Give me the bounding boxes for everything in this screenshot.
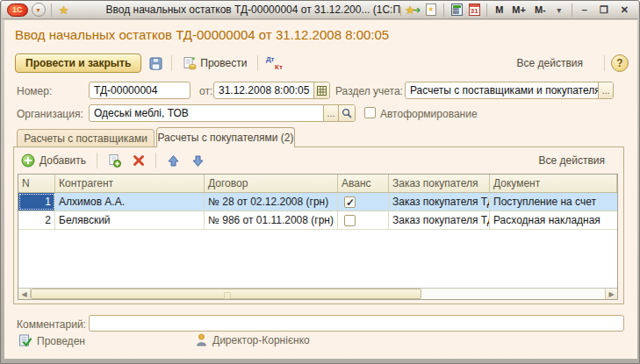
col-header-contragent[interactable]: Контрагент [55, 175, 205, 192]
section-ellipsis-button[interactable]: ... [598, 82, 613, 98]
move-down-button[interactable] [188, 151, 207, 170]
advance-checkbox-unchecked[interactable] [344, 215, 356, 226]
date-value: 31.12.2008 8:00:05 [214, 84, 313, 96]
organization-value: Одеські меблі, ТОВ [90, 107, 323, 119]
scroll-left-button[interactable]: ◀ [18, 289, 31, 299]
maximize-button[interactable]: ❐ [595, 4, 613, 16]
cell-row2-advance[interactable] [338, 211, 389, 229]
col-header-contract[interactable]: Договор [205, 175, 338, 192]
cell-row1-contragent[interactable]: Алхимов А.А. [55, 193, 205, 211]
posted-status: Проведен [18, 334, 85, 347]
number-label: Номер: [17, 85, 52, 97]
dt-kt-button[interactable]: Дт Кт [264, 54, 284, 73]
system-menu-button[interactable] [32, 3, 46, 17]
table-row-2[interactable]: 2 Белявский № 986 от 01.11.2008 (грн) За… [18, 211, 617, 230]
memory-add-button[interactable]: M+ [509, 4, 529, 15]
cell-row1-contract[interactable]: № 28 от 02.12.2008 (грн) [205, 193, 338, 211]
date-label: от: [199, 85, 212, 97]
calculator-button[interactable] [449, 3, 464, 18]
horizontal-scrollbar: ◀ ▶ [18, 288, 617, 299]
favorites-star-button[interactable]: ★ [57, 3, 71, 18]
add-favorite-button[interactable] [424, 3, 438, 18]
cell-row2-contragent[interactable]: Белявский [55, 211, 205, 229]
calendar-button[interactable]: 31 [467, 3, 481, 18]
number-input[interactable]: ТД-00000004 [89, 82, 191, 99]
cell-row1-advance[interactable] [338, 193, 389, 211]
separator [51, 4, 52, 17]
person-icon [196, 333, 207, 346]
advance-checkbox-checked[interactable] [344, 196, 356, 208]
col-header-document[interactable]: Документ [490, 175, 617, 192]
separator [443, 4, 444, 17]
table-all-actions-label: Все действия [539, 154, 605, 167]
number-value: ТД-00000004 [90, 84, 190, 96]
col-header-n[interactable]: N [18, 175, 55, 192]
delete-row-button[interactable] [129, 151, 148, 170]
cell-row1-n[interactable]: 1 [18, 193, 55, 211]
green-plus-icon [21, 153, 35, 168]
cell-row2-document[interactable]: Расходная накладная [490, 211, 617, 229]
separator [171, 55, 172, 71]
tab-customers[interactable]: Расчеты с покупателями (2) [156, 127, 295, 147]
col-header-order[interactable]: Заказ покупателя [389, 175, 490, 192]
col-header-advance[interactable]: Аванс [338, 175, 389, 192]
section-label: Раздел учета: [335, 85, 403, 97]
comment-input[interactable] [89, 315, 624, 332]
scrollbar-track[interactable] [421, 289, 605, 299]
page-title: Ввод начальных остатков ТД-00000004 от 3… [15, 27, 389, 42]
organization-search-button[interactable] [338, 105, 355, 121]
magnifier-icon [342, 108, 352, 118]
cell-row1-document[interactable]: Поступление на счет [490, 193, 617, 211]
minimize-button[interactable]: – [578, 4, 592, 15]
posted-status-label: Проведен [37, 335, 85, 347]
cell-row2-order[interactable]: Заказ покупателя ТДФР-... [389, 211, 490, 229]
copy-row-button[interactable] [104, 151, 124, 170]
memory-subtract-button[interactable]: M- [532, 4, 549, 15]
autoform-checkbox[interactable] [364, 107, 376, 118]
cell-row2-contract[interactable]: № 986 от 01.11.2008 (грн) [205, 211, 338, 229]
table-all-actions-button[interactable]: Все действия [536, 153, 620, 168]
memory-recall-button[interactable]: M [493, 4, 506, 15]
cell-row1-order[interactable]: Заказ покупателя ТД-000... [389, 193, 490, 211]
date-picker-button[interactable] [313, 82, 329, 98]
move-up-button[interactable] [163, 151, 183, 170]
close-button[interactable]: ✕ [616, 4, 633, 16]
chevron-down-icon[interactable] [552, 3, 566, 18]
cell-row2-n[interactable]: 2 [18, 211, 55, 229]
date-input[interactable]: 31.12.2008 8:00:05 [213, 82, 330, 99]
help-button[interactable]: ? [611, 54, 629, 72]
responsible-label: Директор-Корнієнко [212, 334, 310, 346]
scrollbar-thumb[interactable] [31, 289, 421, 299]
organization-ellipsis-button[interactable]: ... [323, 105, 338, 121]
table-row-1[interactable]: 1 Алхимов А.А. № 28 от 02.12.2008 (грн) … [18, 193, 617, 211]
section-value: Расчеты с поставщиками и покупателями [406, 84, 598, 96]
table-empty-area [18, 230, 617, 288]
scroll-right-button[interactable]: ▶ [605, 289, 617, 299]
responsible-link[interactable]: Директор-Корнієнко [196, 333, 310, 346]
green-arrow-icon: ➔ [413, 4, 421, 16]
post-and-close-button[interactable]: Провести и закрыть [15, 54, 141, 73]
autoform-label: Автоформирование [380, 108, 478, 120]
separator [257, 55, 258, 71]
go-to-favorites-button[interactable]: ★➔ [405, 3, 421, 18]
all-actions-button[interactable]: Все действия [514, 55, 598, 71]
comment-label: Комментарий: [17, 318, 86, 331]
separator [97, 153, 97, 168]
tab-suppliers[interactable]: Расчеты с поставщиками [17, 129, 155, 147]
add-row-button[interactable]: Добавить [18, 152, 90, 169]
table-toolbar: Добавить [18, 150, 620, 171]
separator [155, 153, 156, 168]
copy-document-icon [107, 153, 121, 168]
app-window: 1С ★ Ввод начальных остатков ТД-00000004… [0, 0, 640, 364]
arrow-up-icon [167, 154, 180, 168]
customers-tab-panel: Добавить [13, 146, 624, 304]
star-icon: ★ [59, 4, 69, 16]
section-input[interactable]: Расчеты с поставщиками и покупателями ..… [405, 82, 614, 99]
posted-document-icon [18, 334, 32, 347]
separator [572, 4, 572, 17]
organization-input[interactable]: Одеські меблі, ТОВ ... [89, 104, 356, 122]
post-button[interactable]: Провести [178, 54, 251, 72]
calendar-grid-icon [317, 86, 327, 96]
save-button[interactable] [146, 54, 165, 73]
post-button-label: Провести [200, 57, 247, 69]
